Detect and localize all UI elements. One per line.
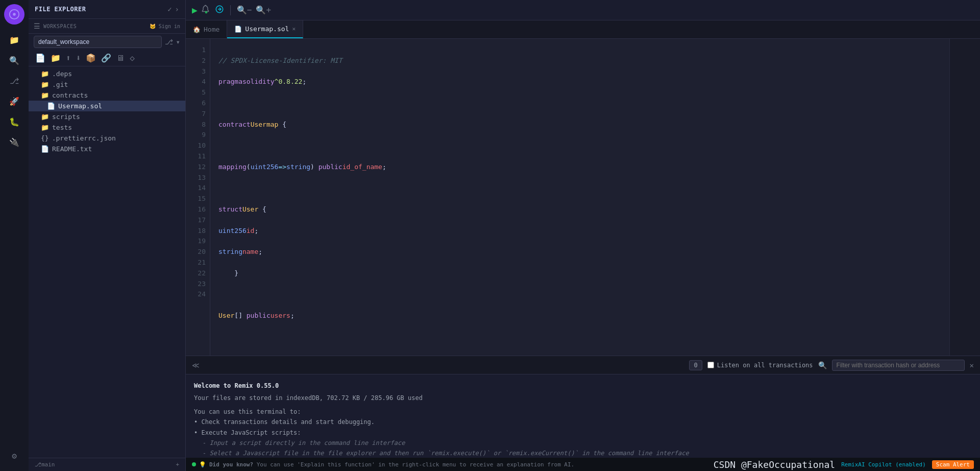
search-nav-icon[interactable]: 🔍 (5, 51, 23, 69)
tab-home[interactable]: 🏠 Home (186, 20, 227, 38)
clear-filter-icon[interactable]: ✕ (970, 361, 974, 369)
compile-icon[interactable] (202, 5, 211, 16)
tree-item-contracts[interactable]: 📁 contracts (29, 90, 185, 101)
sign-in-button[interactable]: 🐱 Sign in (150, 23, 180, 29)
watermark-text: CSDN @FakeOccupational (714, 459, 835, 470)
terminal-usage-item-2: • Execute JavaScript scripts: (194, 428, 972, 438)
tree-item-prettierrc[interactable]: {} .prettierrc.json (29, 133, 185, 144)
download-icon[interactable]: ⬇ (75, 52, 83, 64)
bottom-panel: ≪ 0 Listen on all transactions 🔍 ✕ Welco… (186, 356, 980, 458)
terminal-detail-1: - Input a script directly in the command… (194, 438, 972, 448)
github-icon: 🐱 (150, 23, 156, 29)
tab-home-label: Home (204, 26, 219, 33)
folder-icon: 📁 (41, 81, 49, 88)
link-icon[interactable]: 🔗 (100, 52, 113, 64)
new-file-icon[interactable]: 📄 (34, 52, 47, 64)
tx-count-badge: 0 (689, 360, 702, 370)
minimap (949, 39, 980, 356)
debug-nav-icon[interactable]: 🐛 (5, 112, 23, 131)
file-explorer-nav-icon[interactable]: 📁 (5, 31, 23, 49)
folder-icon: 📁 (41, 70, 49, 78)
status-hint-text: Did you know? You can use 'Explain this … (209, 461, 574, 468)
add-branch-icon[interactable]: + (176, 461, 179, 468)
check-icon[interactable]: ✓ (167, 5, 172, 13)
run-button[interactable]: ▶ (192, 5, 198, 15)
tab-close-icon[interactable]: ✕ (292, 26, 296, 32)
scam-alert-badge[interactable]: Scam Alert (932, 460, 974, 469)
app-logo (4, 4, 24, 25)
top-toolbar: ▶ 🔍− 🔍+ (186, 0, 980, 20)
sol-tab-icon: 📄 (234, 26, 242, 33)
main-container: FILE EXPLORER ✓ › ☰ WORKSPACES 🐱 Sign in… (29, 0, 980, 471)
editor-container: 12345 678910 1112131415 1617181920 21222… (186, 39, 980, 356)
svg-point-2 (205, 11, 207, 13)
ai-label: RemixAI Copilot (enabled) (841, 461, 926, 468)
npm-icon[interactable]: 📦 (84, 52, 97, 64)
bottom-right-tools: 0 Listen on all transactions 🔍 ✕ (689, 360, 974, 371)
blockchain-icon[interactable]: ◇ (128, 52, 136, 64)
git-branch-label: main (41, 461, 55, 468)
filter-search-icon[interactable]: 🔍 (818, 361, 827, 369)
left-sidebar: 📁 🔍 ⎇ 🚀 🐛 🔌 ⚙ (0, 0, 29, 471)
filter-transactions-input[interactable] (832, 360, 965, 371)
tab-usermap-sol[interactable]: 📄 Usermap.sol ✕ (227, 20, 303, 38)
code-file-icon: {} (41, 134, 49, 142)
workspace-label: WORKSPACES (43, 23, 77, 29)
terminal-welcome: Welcome to Remix 0.55.0 (194, 381, 972, 391)
terminal-usage-title: You can use this terminal to: (194, 407, 972, 417)
file-explorer-panel: FILE EXPLORER ✓ › ☰ WORKSPACES 🐱 Sign in… (29, 0, 186, 471)
status-left: 💡 Did you know? You can use 'Explain thi… (192, 461, 574, 468)
deploy-nav-icon[interactable]: 🚀 (5, 92, 23, 110)
workspace-bar: ☰ WORKSPACES 🐱 Sign in (29, 19, 185, 34)
status-hint-label: 💡 (199, 461, 206, 468)
right-panel: ▶ 🔍− 🔍+ 🏠 Home (186, 0, 980, 471)
status-right: CSDN @FakeOccupational RemixAI Copilot (… (714, 459, 974, 470)
git-icon[interactable]: ⎇ (165, 38, 173, 46)
zoom-in-icon[interactable]: 🔍+ (256, 5, 271, 15)
collapse-icon[interactable]: ≪ (192, 361, 200, 369)
code-area[interactable]: // SPDX-License-Identifier: MIT pragma s… (210, 39, 949, 356)
tree-item-git[interactable]: 📁 .git (29, 79, 185, 90)
chevron-down-icon[interactable]: ▾ (176, 38, 180, 46)
svg-point-1 (13, 13, 16, 16)
terminal-usage-item-1: • Check transactions details and start d… (194, 417, 972, 427)
status-dot (192, 462, 196, 466)
tab-usermap-label: Usermap.sol (245, 25, 289, 33)
desktop-icon[interactable]: 🖥 (115, 52, 126, 64)
new-folder-icon[interactable]: 📁 (49, 52, 62, 64)
terminal-content: Welcome to Remix 0.55.0 Your files are s… (186, 374, 980, 458)
tree-item-usermap-sol[interactable]: 📄 Usermap.sol (29, 101, 185, 111)
bottom-toolbar: ≪ 0 Listen on all transactions 🔍 ✕ (186, 356, 980, 374)
tree-item-readme[interactable]: 📄 README.txt (29, 144, 185, 154)
tree-item-scripts[interactable]: 📁 scripts (29, 111, 185, 122)
tabs-bar: 🏠 Home 📄 Usermap.sol ✕ (186, 20, 980, 39)
hamburger-icon[interactable]: ☰ (34, 22, 40, 30)
tree-item-deps[interactable]: 📁 .deps (29, 68, 185, 79)
file-explorer-title: FILE EXPLORER (35, 6, 86, 13)
file-explorer-header: FILE EXPLORER ✓ › (29, 0, 185, 19)
listen-transactions-label: Listen on all transactions (717, 362, 813, 369)
ellipsis-icon[interactable]: › (175, 5, 179, 13)
listen-checkbox-input[interactable] (707, 362, 714, 368)
settings-nav-icon[interactable]: ⚙ (5, 446, 23, 465)
file-explorer-footer: ⎇ main + (29, 458, 185, 471)
line-numbers: 12345 678910 1112131415 1617181920 21222… (186, 39, 210, 356)
git-status-icon: ⎇ (35, 461, 41, 468)
folder-icon: 📁 (41, 91, 49, 99)
file-explorer-header-actions: ✓ › (167, 5, 179, 13)
tree-item-tests[interactable]: 📁 tests (29, 122, 185, 133)
terminal-storage: Your files are stored in indexedDB, 702.… (194, 393, 972, 403)
file-icon: 📄 (47, 102, 55, 110)
zoom-out-icon[interactable]: 🔍− (237, 5, 252, 15)
deploy-toolbar-icon[interactable] (215, 5, 224, 16)
listen-transactions-checkbox[interactable]: Listen on all transactions (707, 362, 813, 369)
file-toolbar: 📄 📁 ⬆ ⬇ 📦 🔗 🖥 ◇ (29, 50, 185, 66)
source-control-nav-icon[interactable]: ⎇ (5, 72, 23, 90)
text-file-icon: 📄 (41, 145, 49, 153)
workspace-input-row: ⎇ ▾ (29, 34, 185, 50)
file-tree: 📁 .deps 📁 .git 📁 contracts 📄 Usermap.sol… (29, 66, 185, 458)
upload-icon[interactable]: ⬆ (64, 52, 72, 64)
plugin-nav-icon[interactable]: 🔌 (5, 133, 23, 151)
status-bar: 💡 Did you know? You can use 'Explain thi… (186, 458, 980, 471)
workspace-name-input[interactable] (34, 36, 162, 48)
